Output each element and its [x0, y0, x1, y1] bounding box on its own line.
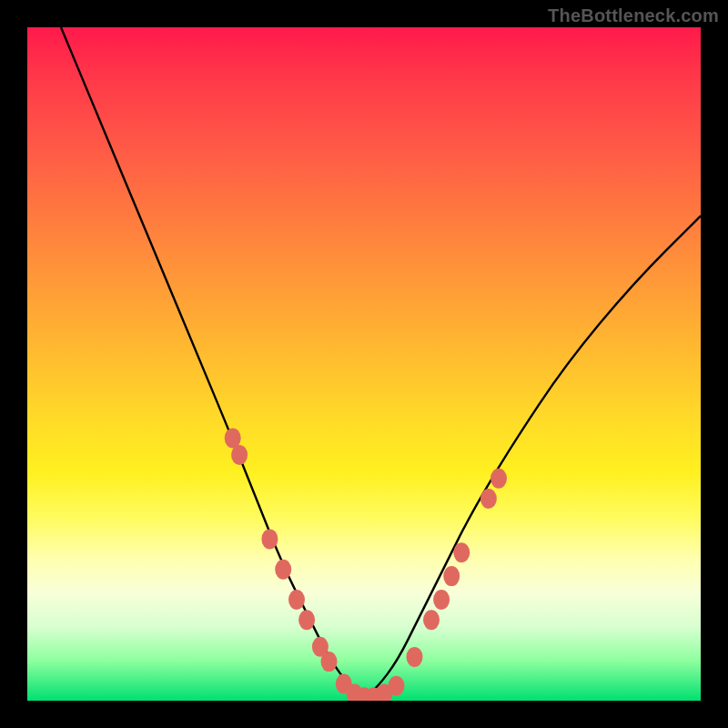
data-marker: [288, 590, 305, 610]
data-marker: [275, 560, 291, 580]
bottleneck-curve: [61, 27, 701, 695]
data-marker: [480, 489, 497, 509]
data-marker: [261, 529, 278, 549]
watermark-text: TheBottleneck.com: [548, 5, 719, 26]
data-marker: [490, 469, 507, 489]
data-marker: [231, 445, 248, 465]
data-marker: [389, 676, 405, 696]
data-marker: [298, 610, 315, 630]
chart-frame: TheBottleneck.com: [0, 0, 728, 728]
data-marker: [433, 590, 450, 610]
data-marker: [443, 566, 460, 586]
data-marker: [407, 647, 423, 667]
data-marker: [453, 542, 470, 562]
data-marker: [321, 652, 338, 672]
plot-area: [27, 27, 701, 701]
markers-group: [225, 428, 507, 701]
chart-svg: [27, 27, 701, 701]
data-marker: [423, 610, 440, 630]
